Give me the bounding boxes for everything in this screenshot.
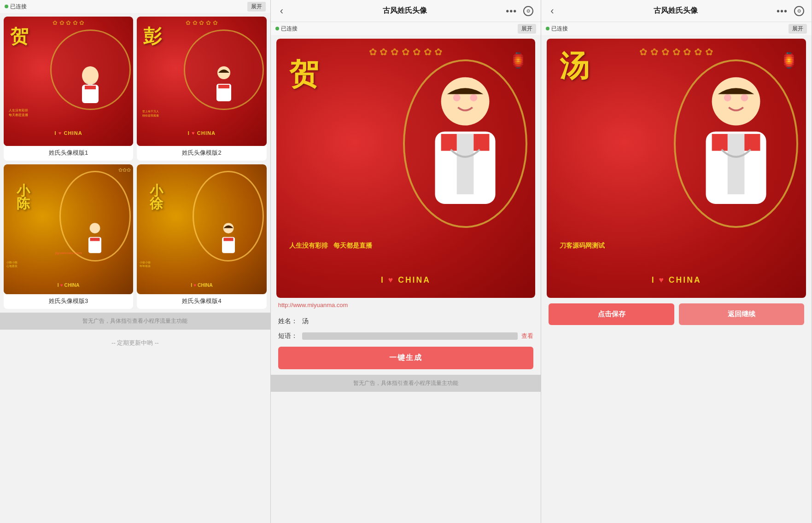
save-button[interactable]: 点击保存 [549, 303, 674, 325]
template-label-1: 姓氏头像模版1 [49, 146, 88, 161]
template-label-2: 姓氏头像模版2 [182, 146, 221, 161]
avatar-image-4: 小徐 I ♥ CHINA 小徐小徐年年有余 [137, 164, 266, 294]
generate-button[interactable]: 一键生成 [278, 347, 534, 369]
expand-button-2[interactable]: 展开 [518, 24, 536, 34]
avatar-image-1: ✿ ✿ ✿ ✿ ✿ 贺 人生没有彩排每天都是直播 [4, 17, 133, 146]
template-label-4: 姓氏头像模版4 [182, 294, 221, 309]
svg-point-18 [470, 94, 478, 101]
back-button-2[interactable]: ‹ [278, 5, 285, 17]
page-title-3: 古风姓氏头像 [576, 6, 775, 16]
status-dot-2 [275, 27, 279, 30]
status-dot-3 [546, 27, 549, 30]
svg-rect-9 [90, 238, 100, 241]
target-icon-2: ⊙ [523, 6, 533, 16]
status-bar-2: 已连接 展开 [271, 22, 541, 35]
svg-rect-6 [218, 85, 229, 88]
template-card-3[interactable]: 小陈 I ♥ CHINA ✿✿✿ 小陈小陈心地善良 [4, 164, 133, 308]
svg-rect-22 [728, 134, 745, 194]
url-text: http://www.miyuanma.com [278, 302, 348, 308]
update-notice: -- 定期更新中哟 -- [0, 330, 270, 356]
template-grid: ✿ ✿ ✿ ✿ ✿ 贺 人生没有彩排每天都是直播 [0, 13, 270, 313]
svg-point-3 [85, 67, 96, 78]
ad-bar-2: 暂无广告，具体指引查看小程序流量主功能 [271, 375, 541, 392]
svg-point-24 [741, 94, 748, 101]
phrase-label: 短语： [278, 332, 298, 340]
form-area: 姓名： 汤 短语： 查看 一键生成 [271, 312, 541, 375]
svg-rect-16 [457, 134, 474, 194]
panel-2-content: ✿ ✿ ✿ ✿ ✿ ✿ ✿ 🏮 贺 [271, 35, 541, 523]
connection-status-2: 已连接 [275, 25, 298, 33]
panel2-big-image: ✿ ✿ ✿ ✿ ✿ ✿ ✿ 🏮 贺 [276, 39, 536, 298]
action-buttons: 点击保存 返回继续 [541, 298, 812, 331]
expand-button-3[interactable]: 展开 [789, 24, 807, 34]
status-dot-1 [5, 5, 8, 8]
more-button-2[interactable]: ••• [504, 6, 519, 17]
top-bar-2: ‹ 古风姓氏头像 ••• ⊙ [271, 0, 541, 22]
template-card-1[interactable]: ✿ ✿ ✿ ✿ ✿ 贺 人生没有彩排每天都是直播 [4, 17, 133, 161]
svg-rect-2 [85, 86, 96, 89]
svg-point-23 [724, 94, 731, 101]
panel-2: ‹ 古风姓氏头像 ••• ⊙ 已连接 展开 ✿ ✿ ✿ ✿ ✿ ✿ ✿ [271, 0, 542, 523]
ad-bar-1: 暂无广告，具体指引查看小程序流量主功能 [0, 313, 270, 330]
template-label-3: 姓氏头像模版3 [49, 294, 88, 309]
avatar-image-3: 小陈 I ♥ CHINA ✿✿✿ 小陈小陈心地善良 [4, 164, 133, 294]
connected-label-1: 已连接 [10, 3, 27, 11]
panel-1-content: ✿ ✿ ✿ ✿ ✿ 贺 人生没有彩排每天都是直播 [0, 13, 270, 523]
svg-point-19 [712, 77, 760, 126]
connected-label-3: 已连接 [551, 25, 568, 33]
more-button-3[interactable]: ••• [775, 6, 789, 17]
template-card-4[interactable]: 小徐 I ♥ CHINA 小徐小徐年年有余 姓氏头像模版4 [137, 164, 266, 308]
phrase-row: 短语： 查看 [278, 332, 534, 340]
target-icon-3: ⊙ [794, 6, 804, 16]
back-continue-button[interactable]: 返回继续 [679, 303, 804, 325]
page-title-2: 古风姓氏头像 [306, 6, 504, 16]
panels-container: 已连接 展开 ✿ ✿ ✿ ✿ ✿ 贺 人生没有彩排每天都是直播 [0, 0, 812, 523]
panel3-image-wrap: ✿ ✿ ✿ ✿ ✿ ✿ ✿ 🏮 汤 [541, 35, 812, 298]
status-bar-1: 已连接 展开 [0, 0, 270, 13]
panel-3-content: ✿ ✿ ✿ ✿ ✿ ✿ ✿ 🏮 汤 [541, 35, 812, 523]
avatar-image-2: ✿ ✿ ✿ ✿ ✿ 彭 世上有千万人独你是我孤傲 [137, 17, 266, 146]
name-value: 汤 [302, 317, 309, 325]
svg-rect-12 [223, 238, 233, 241]
name-row: 姓名： 汤 [278, 317, 534, 325]
svg-point-13 [441, 77, 490, 126]
look-button[interactable]: 查看 [521, 332, 533, 340]
template-card-2[interactable]: ✿ ✿ ✿ ✿ ✿ 彭 世上有千万人独你是我孤傲 [137, 17, 266, 161]
connected-label-2: 已连接 [281, 25, 298, 33]
top-bar-3: ‹ 古风姓氏头像 ••• ⊙ [541, 0, 812, 22]
status-bar-3: 已连接 展开 [541, 22, 812, 35]
back-button-3[interactable]: ‹ [549, 5, 555, 17]
panel-1: 已连接 展开 ✿ ✿ ✿ ✿ ✿ 贺 人生没有彩排每天都是直播 [0, 0, 271, 523]
panel-3: ‹ 古风姓氏头像 ••• ⊙ 已连接 展开 ✿ ✿ ✿ ✿ ✿ ✿ ✿ 🏮 [541, 0, 812, 523]
connection-status-3: 已连接 [546, 25, 568, 33]
blurred-phrase [302, 332, 518, 340]
panel2-image-wrap: ✿ ✿ ✿ ✿ ✿ ✿ ✿ 🏮 贺 [271, 35, 541, 298]
connection-status-1: 已连接 [5, 3, 27, 11]
name-label: 姓名： [278, 317, 298, 325]
svg-point-17 [453, 94, 461, 101]
expand-button-1[interactable]: 展开 [247, 2, 266, 12]
svg-point-7 [90, 223, 100, 233]
